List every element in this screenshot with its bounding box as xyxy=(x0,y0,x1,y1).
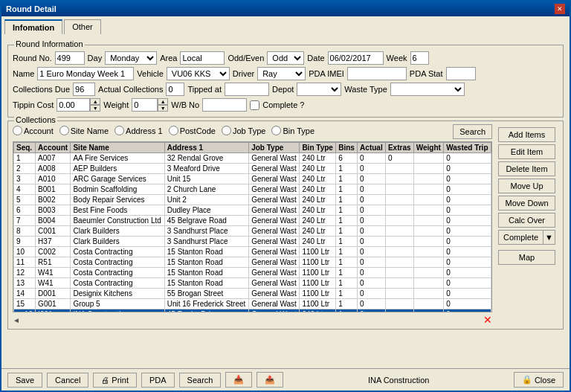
cancel-button[interactable]: Cancel xyxy=(47,373,88,388)
window-close-button[interactable]: ✕ xyxy=(555,4,565,14)
table-row[interactable]: 11R51Costa Contracting15 Stanton RoadGen… xyxy=(14,257,491,268)
radio-bin-type[interactable]: Bin Type xyxy=(271,126,314,135)
table-cell: 0 xyxy=(444,289,491,299)
select-driver[interactable]: Ray xyxy=(257,67,306,80)
table-cell: W41 xyxy=(36,278,71,289)
table-row[interactable]: 2A008AEP Builders3 Meaford DriveGeneral … xyxy=(14,164,491,174)
table-row[interactable]: 8C001Clark Builders3 Sandhurst PlaceGene… xyxy=(14,226,491,237)
select-waste-type[interactable] xyxy=(390,83,465,96)
print-button[interactable]: 🖨 Print xyxy=(93,373,137,388)
radio-job-type[interactable]: Job Type xyxy=(222,126,265,135)
scroll-left[interactable]: ◄ xyxy=(13,316,20,324)
table-cell: C001 xyxy=(36,226,71,237)
table-row[interactable]: 5B002Body Repair ServicesUnit 2General W… xyxy=(14,195,491,205)
pda-label: PDA xyxy=(149,376,167,385)
weight-up[interactable]: ▲ xyxy=(158,98,168,105)
delete-item-button[interactable]: Delete Item xyxy=(498,161,555,176)
input-pda-stat[interactable] xyxy=(446,67,476,80)
input-collections-due[interactable] xyxy=(73,83,95,96)
input-actual-collections[interactable] xyxy=(166,83,184,96)
table-cell: 0 xyxy=(444,309,491,313)
move-up-button[interactable]: Move Up xyxy=(498,179,555,193)
tippin-cost-down[interactable]: ▼ xyxy=(90,105,100,112)
table-cell: General Wast xyxy=(249,226,300,237)
checkbox-complete[interactable] xyxy=(250,100,259,110)
input-week[interactable] xyxy=(410,51,429,65)
select-odd-even[interactable]: Odd xyxy=(267,51,304,65)
input-round-no[interactable] xyxy=(55,51,85,65)
input-tipped-at[interactable] xyxy=(225,83,269,96)
table-row[interactable]: 14D001Designix Kitchens55 Brogan StreetG… xyxy=(14,289,491,299)
label-tipped-at: Tipped at xyxy=(187,85,221,94)
table-row[interactable]: 10C002Costa Contracting15 Stanton RoadGe… xyxy=(14,247,491,257)
table-cell: 1100 Ltr xyxy=(300,289,336,299)
table-cell: Unit 2 xyxy=(164,195,248,205)
table-row[interactable]: 4B001Bodmin Scaffolding2 Church LaneGene… xyxy=(14,184,491,195)
pda-button[interactable]: PDA xyxy=(141,373,175,388)
delete-mark[interactable]: ✕ xyxy=(483,314,492,326)
collections-table: Seq. Account Site Name Address 1 Job Typ… xyxy=(13,142,491,312)
table-cell: 0 xyxy=(444,164,491,174)
table-row[interactable]: 6B003Best Fine FoodsDudley PlaceGeneral … xyxy=(14,205,491,216)
table-cell: 0 xyxy=(358,237,386,247)
radio-address1[interactable]: Address 1 xyxy=(114,126,163,135)
input-name[interactable] xyxy=(37,67,134,80)
input-weight[interactable] xyxy=(132,98,158,112)
table-row[interactable]: 9H37Clark Builders3 Sandhurst PlaceGener… xyxy=(14,237,491,247)
select-vehicle[interactable]: VU06 KKS xyxy=(167,67,230,80)
table-cell: 0 xyxy=(358,184,386,195)
weight-spinner: ▲ ▼ xyxy=(132,98,168,112)
export-button[interactable]: 📤 xyxy=(257,372,283,388)
table-cell: 1 xyxy=(336,309,358,313)
add-items-button[interactable]: Add Items xyxy=(498,127,555,142)
table-row[interactable]: 13W41Costa Contracting15 Stanton RoadGen… xyxy=(14,278,491,289)
complete-dropdown-button[interactable]: ▼ xyxy=(543,230,555,245)
input-area[interactable] xyxy=(180,51,225,65)
import-button[interactable]: 📥 xyxy=(225,372,252,388)
tab-other[interactable]: Other xyxy=(64,19,101,34)
select-depot[interactable] xyxy=(297,83,341,96)
table-cell: 13 xyxy=(14,278,36,289)
col-account: Account xyxy=(36,143,71,153)
table-cell: 12 xyxy=(14,268,36,278)
table-row[interactable]: 12W41Costa Contracting15 Stanton RoadGen… xyxy=(14,268,491,278)
search-button[interactable]: Search xyxy=(179,373,222,388)
weight-down[interactable]: ▼ xyxy=(158,105,168,112)
radio-site-name[interactable]: Site Name xyxy=(59,126,109,135)
table-row[interactable]: 7B004Baeumler Construction Ltd45 Belgrav… xyxy=(14,216,491,226)
calc-over-button[interactable]: Calc Over xyxy=(498,213,555,228)
input-tippin-cost[interactable] xyxy=(57,98,90,112)
radio-account[interactable]: Account xyxy=(13,126,54,135)
label-complete: Complete ? xyxy=(262,100,304,109)
complete-button[interactable]: Complete xyxy=(498,230,543,245)
table-row[interactable]: 15G001Group 5Unit 16 Frederick StreetGen… xyxy=(14,299,491,309)
map-button[interactable]: Map xyxy=(498,250,555,265)
table-cell xyxy=(385,174,413,184)
table-cell: General Wast xyxy=(249,153,300,164)
radio-postcode[interactable]: PostCode xyxy=(169,126,216,135)
table-row[interactable]: 3A010ARC Garage ServicesUnit 15General W… xyxy=(14,174,491,184)
select-day[interactable]: Monday xyxy=(105,51,157,65)
table-cell: General Wast xyxy=(249,184,300,195)
table-row[interactable]: 1A007AA Fire Services32 Rendal GroveGene… xyxy=(14,153,491,164)
input-wb-no[interactable] xyxy=(202,98,247,112)
col-weight: Weight xyxy=(413,143,443,153)
close-button[interactable]: 🔒 Close xyxy=(514,372,564,388)
table-cell: 240 Ltr xyxy=(300,164,336,174)
table-cell: 45 Rugby Drive xyxy=(164,309,248,313)
table-cell: B004 xyxy=(36,216,71,226)
edit-item-button[interactable]: Edit Item xyxy=(498,144,555,159)
tippin-cost-up[interactable]: ▲ xyxy=(90,98,100,105)
tab-infomation[interactable]: Infomation xyxy=(4,19,62,34)
collections-search-button[interactable]: Search xyxy=(453,124,492,139)
table-cell: 15 Stanton Road xyxy=(164,257,248,268)
label-waste-type: Waste Type xyxy=(344,85,387,94)
table-cell: 240 Ltr xyxy=(300,216,336,226)
cancel-label: Cancel xyxy=(55,376,80,385)
row-name: Name Vehicle VU06 KKS Driver Ray PDA IME… xyxy=(13,67,558,80)
table-row[interactable]: ▶ 16I001INA Construction45 Rugby DriveGe… xyxy=(14,309,491,313)
move-down-button[interactable]: Move Down xyxy=(498,196,555,211)
save-button[interactable]: Save xyxy=(7,373,42,388)
input-pda-imei[interactable] xyxy=(347,67,407,80)
input-date[interactable] xyxy=(328,51,384,65)
